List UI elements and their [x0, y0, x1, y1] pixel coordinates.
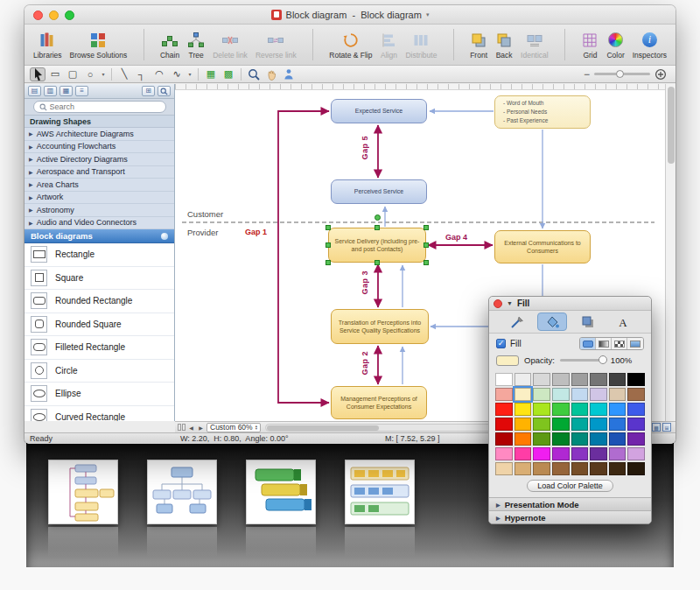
color-swatch[interactable]: [571, 432, 589, 446]
color-swatch[interactable]: [533, 447, 550, 460]
gap5-label[interactable]: Gap 5: [360, 136, 369, 160]
color-swatch[interactable]: [590, 418, 607, 431]
color-swatch[interactable]: [495, 432, 513, 446]
fill-type-picture-button[interactable]: [627, 338, 643, 349]
tree-button[interactable]: Tree: [187, 30, 205, 60]
color-swatch[interactable]: [514, 388, 532, 401]
document-thumbnail[interactable]: [246, 460, 316, 524]
pan-tool-button[interactable]: [263, 67, 279, 81]
color-swatch[interactable]: [627, 388, 645, 401]
selection-handle[interactable]: [374, 225, 380, 230]
shape-item[interactable]: Square: [24, 267, 174, 291]
zoom-tool-button[interactable]: [246, 67, 262, 81]
inspector-title-bar[interactable]: ▼ Fill: [489, 297, 651, 311]
category-item[interactable]: ▶Artwork: [24, 192, 174, 205]
node-influences[interactable]: - Word of Mouth - Personal Needs - Past …: [494, 95, 591, 129]
category-item[interactable]: ▶Area Charts: [24, 179, 174, 192]
tab-text[interactable]: A: [608, 313, 638, 331]
color-swatch[interactable]: [590, 432, 607, 446]
color-swatch[interactable]: [609, 403, 626, 416]
color-swatch[interactable]: [571, 462, 589, 475]
select-tool-button[interactable]: [30, 67, 46, 81]
color-swatch[interactable]: [495, 447, 513, 460]
node-translation[interactable]: Translation of Perceptions into Service …: [331, 309, 429, 344]
color-swatch[interactable]: [552, 432, 570, 446]
color-swatch[interactable]: [627, 373, 645, 386]
color-swatch[interactable]: [495, 403, 513, 416]
library-options-button[interactable]: ≡: [75, 86, 88, 96]
chevron-down-icon[interactable]: ▾: [426, 11, 430, 18]
color-swatch[interactable]: [609, 418, 626, 431]
front-button[interactable]: Front: [470, 30, 487, 60]
color-swatch[interactable]: [627, 403, 645, 416]
color-swatch[interactable]: [571, 388, 589, 401]
color-swatch[interactable]: [495, 373, 513, 386]
color-swatch[interactable]: [514, 373, 532, 386]
view-mode-grid-icon[interactable]: ▩: [652, 423, 661, 432]
color-swatch[interactable]: [571, 403, 589, 416]
color-swatch[interactable]: [590, 462, 607, 475]
vertical-scrollbar-thumb[interactable]: [668, 87, 675, 164]
fill-type-solid-button[interactable]: [580, 338, 596, 349]
node-service-delivery[interactable]: Service Delivery (including pre- and pos…: [328, 228, 426, 263]
opacity-slider-thumb[interactable]: [598, 355, 607, 364]
gap2-label[interactable]: Gap 2: [360, 351, 369, 376]
color-swatch[interactable]: [571, 418, 589, 431]
browse-solutions-button[interactable]: Browse Solutions: [70, 30, 128, 60]
color-swatch[interactable]: [533, 418, 550, 431]
color-swatch[interactable]: [609, 388, 626, 401]
color-swatch[interactable]: [627, 418, 645, 431]
color-swatch[interactable]: [571, 373, 589, 386]
selection-handle[interactable]: [374, 260, 380, 265]
zoom-slider[interactable]: [594, 73, 650, 75]
document-thumbnail[interactable]: [147, 460, 217, 524]
color-button[interactable]: Color: [606, 30, 624, 60]
line-tools-dropdown[interactable]: ▾: [186, 67, 193, 81]
color-swatch[interactable]: [590, 403, 607, 416]
zoom-out-button[interactable]: −: [584, 68, 590, 81]
presentation-tool-button[interactable]: [281, 67, 297, 81]
previous-page-button[interactable]: ◀: [187, 423, 195, 432]
rectangle-tool-button[interactable]: ▭: [47, 67, 63, 81]
horizontal-scrollbar-thumb[interactable]: [267, 425, 379, 431]
document-thumbnail[interactable]: [48, 460, 118, 524]
gap4-label[interactable]: Gap 4: [445, 233, 467, 242]
current-color-well[interactable]: [496, 355, 519, 366]
zoom-button[interactable]: [65, 11, 74, 20]
color-swatch[interactable]: [495, 418, 513, 431]
color-swatch[interactable]: [533, 403, 550, 416]
opacity-slider[interactable]: [560, 359, 606, 362]
rotate-flip-button[interactable]: Rotate & Flip: [329, 30, 372, 60]
library-view-icons-button[interactable]: ▤: [28, 86, 41, 96]
color-swatch[interactable]: [571, 447, 589, 460]
view-mode-overview-icon[interactable]: ⊞: [662, 423, 671, 432]
library-add-button[interactable]: ⊞: [142, 86, 155, 96]
category-item[interactable]: ▶Astronomy: [24, 204, 174, 217]
shape-item[interactable]: Rounded Square: [24, 313, 174, 337]
sidebar-item-block-diagrams[interactable]: Block diagrams: [24, 229, 174, 243]
color-swatch[interactable]: [552, 403, 570, 416]
reverse-link-button[interactable]: Reverse link: [256, 30, 297, 60]
color-swatch[interactable]: [609, 462, 626, 475]
minimize-button[interactable]: [49, 11, 59, 20]
color-swatch[interactable]: [590, 388, 607, 401]
next-page-button[interactable]: ▶: [197, 423, 205, 432]
rotation-handle[interactable]: [374, 214, 381, 221]
shape-tools-dropdown[interactable]: ▾: [100, 67, 107, 81]
distribute-button[interactable]: Distribute: [405, 30, 437, 60]
gap1-arrow[interactable]: [278, 111, 329, 403]
chain-button[interactable]: Chain: [160, 30, 179, 60]
disclosure-down-icon[interactable]: ▼: [507, 300, 513, 306]
selection-handle[interactable]: [326, 225, 331, 230]
shape-item[interactable]: Circle: [24, 360, 174, 383]
tab-fill[interactable]: [537, 313, 567, 331]
zoom-slider-thumb[interactable]: [616, 70, 624, 78]
back-button[interactable]: Back: [495, 30, 513, 60]
color-swatch[interactable]: [552, 388, 570, 401]
selection-handle[interactable]: [326, 242, 331, 248]
gap1-label[interactable]: Gap 1: [245, 228, 267, 236]
load-color-palette-button[interactable]: Load Color Palette: [527, 480, 613, 492]
fill-type-pattern-button[interactable]: [612, 338, 627, 349]
delete-link-button[interactable]: Delete link: [213, 30, 248, 60]
connector-tool-button[interactable]: ┐: [134, 67, 150, 81]
